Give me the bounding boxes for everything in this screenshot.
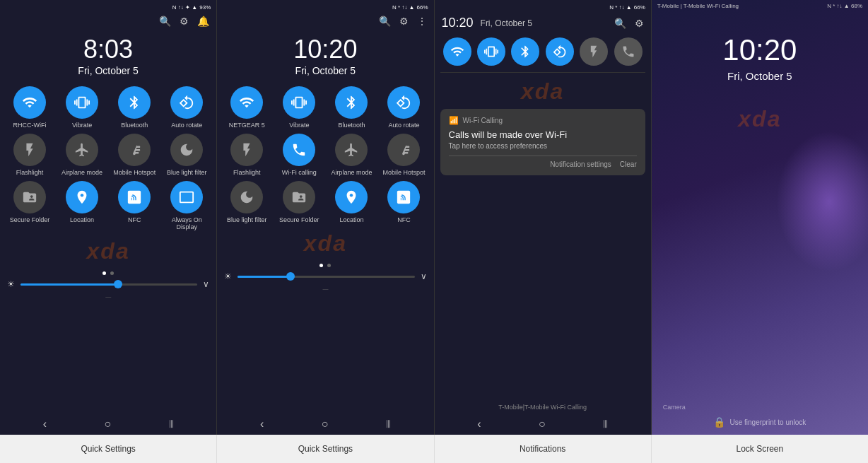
dot-2-2 (327, 264, 331, 267)
qs-label-airplane: Airplane mode (61, 169, 102, 177)
notif-qs-wificall[interactable] (614, 37, 643, 66)
qs-icon-securefolder (13, 181, 46, 213)
qs-item-wifi[interactable]: RHCC-WiFi (6, 86, 54, 129)
caption-4: Lock Screen (652, 435, 868, 463)
notif-qs-wifi[interactable] (443, 37, 471, 66)
brightness-slider-1[interactable] (20, 283, 197, 286)
brightness-bar-1[interactable]: ☀ ∨ (0, 279, 216, 289)
qs-item-2-autorotate[interactable]: Auto rotate (380, 86, 428, 129)
qs-item-2-wifi[interactable]: NETGEAR 5 (223, 86, 271, 129)
qs-item-2-vibrate[interactable]: Vibrate (275, 86, 323, 129)
notif-actions-row: Notification settings Clear (449, 156, 637, 168)
notif-time: 10:20 (442, 16, 474, 30)
qs-item-2-location[interactable]: Location (327, 181, 375, 224)
caption-2: Quick Settings (217, 435, 434, 463)
status-icons-1: N ↑↓ ✦ ▲ (172, 4, 197, 11)
lock-status-bar: T-Mobile | T-Mobile Wi-Fi Calling N * ↑↓… (652, 0, 868, 12)
xda-watermark-1: xda (0, 235, 216, 267)
qs-item-2-nfc[interactable]: NFC (380, 181, 428, 224)
dot-1 (102, 271, 106, 275)
chevron-icon-2[interactable]: ∨ (421, 271, 427, 281)
search-icon-2[interactable]: 🔍 (379, 16, 391, 27)
qs-label-2-bluelight: Blue light filter (227, 216, 267, 224)
brightness-thumb-2 (286, 272, 295, 281)
qs-item-2-airplane[interactable]: Airplane mode (327, 134, 375, 177)
qs-icon-2-hotspot (387, 134, 420, 166)
nav-recent-2[interactable]: ⫴ (386, 418, 391, 430)
qs-label-autorotate: Auto rotate (171, 122, 202, 129)
lock-date: Fri, October 5 (652, 70, 868, 82)
battery-1: 93% (199, 4, 211, 11)
notif-qs-bluetooth[interactable] (511, 37, 539, 66)
brightness-bar-2[interactable]: ☀ ∨ (217, 271, 433, 281)
qs-item-2-bluetooth[interactable]: Bluetooth (327, 86, 375, 129)
notification-card[interactable]: 📶 Wi-Fi Calling Calls will be made over … (440, 109, 645, 175)
qs-item-autorotate[interactable]: Auto rotate (163, 86, 211, 129)
qs-item-2-hotspot[interactable]: Mobile Hotspot (380, 134, 428, 177)
lock-time: 10:20 (652, 33, 868, 67)
nav-bar-3: ‹ ○ ⫴ (435, 414, 651, 435)
settings-icon-2[interactable]: ⚙ (399, 16, 409, 27)
date-1: Fri, October 5 (0, 65, 216, 76)
qs-item-aod[interactable]: Always On Display (163, 181, 211, 232)
more-icon-2[interactable]: ⋮ (417, 16, 427, 27)
nav-home-2[interactable]: ○ (322, 418, 329, 430)
date-2: Fri, October 5 (217, 65, 433, 76)
fingerprint-icon[interactable]: 🔒 (713, 416, 725, 428)
notification-icon[interactable]: 🔔 (197, 16, 209, 27)
qs-item-2-bluelight[interactable]: Blue light filter (223, 181, 271, 224)
nav-back-2[interactable]: ‹ (260, 418, 264, 430)
lock-fingerprint-row: 🔒 Use fingerprint to unlock (663, 416, 857, 428)
qs-item-airplane[interactable]: Airplane mode (58, 134, 106, 177)
top-bar-1: 🔍 ⚙ 🔔 (0, 13, 216, 30)
notif-qs-flashlight[interactable] (580, 37, 608, 66)
qs-icon-2-location (335, 181, 368, 213)
nav-recent-1[interactable]: ⫴ (169, 418, 174, 430)
nav-home-3[interactable]: ○ (539, 418, 546, 430)
qs-label-hotspot: Mobile Hotspot (113, 169, 156, 177)
status-bar-3: N * ↑↓ ▲ 66% (435, 0, 651, 13)
lock-camera-label: Camera (663, 404, 686, 411)
qs-icon-airplane (66, 134, 98, 166)
search-icon[interactable]: 🔍 (159, 16, 171, 27)
qs-icon-flashlight (13, 134, 46, 166)
qs-item-securefolder[interactable]: Secure Folder (6, 181, 54, 232)
qs-item-flashlight[interactable]: Flashlight (6, 134, 54, 177)
status-bar-1: N ↑↓ ✦ ▲ 93% (0, 0, 216, 13)
qs-item-2-securefolder[interactable]: Secure Folder (275, 181, 323, 224)
settings-icon[interactable]: ⚙ (180, 16, 189, 27)
brightness-slider-2[interactable] (237, 276, 414, 278)
qs-item-bluelight[interactable]: Blue light filter (163, 134, 211, 177)
qs-icon-vibrate (66, 86, 98, 119)
settings-icon-3[interactable]: ⚙ (635, 18, 644, 29)
notif-settings-btn[interactable]: Notification settings (550, 160, 611, 168)
nav-back-1[interactable]: ‹ (43, 418, 47, 430)
qs-icon-2-nfc (387, 181, 420, 213)
qs-item-hotspot[interactable]: Mobile Hotspot (110, 134, 158, 177)
qs-icon-2-bluelight (230, 181, 263, 213)
notif-clear-btn[interactable]: Clear (620, 160, 637, 168)
caption-1: Quick Settings (0, 435, 217, 463)
nav-back-3[interactable]: ‹ (477, 418, 481, 430)
nav-recent-3[interactable]: ⫴ (603, 418, 608, 430)
qs-item-location[interactable]: Location (58, 181, 106, 232)
captions-row: Quick Settings Quick Settings Notificati… (0, 435, 868, 463)
qs-item-bluetooth[interactable]: Bluetooth (110, 86, 158, 129)
qs-label-securefolder: Secure Folder (10, 216, 50, 224)
qs-icon-bluetooth (118, 86, 151, 119)
qs-icon-nfc (118, 181, 151, 213)
xda-watermark-2: xda (217, 228, 433, 259)
qs-item-nfc[interactable]: NFC (110, 181, 158, 232)
nav-bar-2: ‹ ○ ⫴ (217, 414, 433, 435)
brightness-icon-2: ☀ (224, 271, 232, 281)
qs-item-vibrate[interactable]: Vibrate (58, 86, 106, 129)
qs-item-2-flashlight[interactable]: Flashlight (223, 134, 271, 177)
notif-qs-rotate[interactable] (546, 37, 574, 66)
notif-qs-vibrate[interactable] (477, 37, 505, 66)
qs-item-2-wificalling[interactable]: Wi-Fi calling (275, 134, 323, 177)
lock-time-display: 10:20 Fri, October 5 (652, 12, 868, 89)
chevron-icon-1[interactable]: ∨ (203, 279, 209, 289)
qs-icon-aod (170, 181, 203, 213)
search-icon-3[interactable]: 🔍 (614, 18, 626, 29)
nav-home-1[interactable]: ○ (104, 418, 111, 430)
